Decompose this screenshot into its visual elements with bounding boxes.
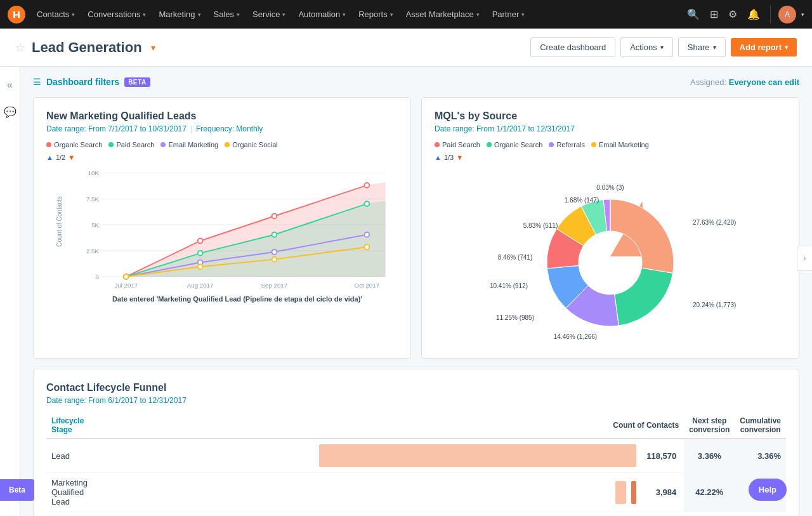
favorite-star-icon[interactable]: ☆ bbox=[15, 41, 25, 55]
svg-point-17 bbox=[198, 239, 203, 244]
nav-marketing-chevron: ▾ bbox=[198, 11, 201, 18]
nav-partner-chevron: ▾ bbox=[521, 11, 525, 18]
mql-up-arrow[interactable]: ▲ bbox=[46, 154, 53, 161]
search-button[interactable]: 🔍 bbox=[684, 6, 702, 23]
nav-asset-marketplace[interactable]: Asset Marketplace ▾ bbox=[400, 0, 486, 29]
funnel-header-row: Lifecycle Stage Count of Contacts Next s… bbox=[46, 413, 786, 439]
bar-cell bbox=[93, 439, 641, 473]
svg-text:Jul 2017: Jul 2017 bbox=[114, 282, 138, 289]
funnel-card: Contact Lifecycle Funnel Date range: Fro… bbox=[33, 369, 799, 516]
svg-text:14.46% (1,266): 14.46% (1,266) bbox=[554, 333, 597, 340]
legend-item: Email Marketing bbox=[160, 141, 218, 149]
title-dropdown-chevron[interactable]: ▾ bbox=[151, 43, 155, 53]
svg-point-18 bbox=[272, 214, 277, 219]
nav-contacts[interactable]: Contacts ▾ bbox=[30, 0, 81, 29]
nav-reports[interactable]: Reports ▾ bbox=[352, 0, 400, 29]
notifications-icon[interactable]: 🔔 bbox=[745, 6, 763, 23]
svg-text:5.83% (511): 5.83% (511) bbox=[523, 222, 558, 229]
mql-source-meta: Date range: From 1/1/2017 to 12/31/2017 bbox=[435, 124, 786, 133]
svg-text:8.46% (741): 8.46% (741) bbox=[498, 254, 532, 261]
actions-button[interactable]: Actions ▾ bbox=[620, 37, 673, 57]
cards-row: New Marketing Qualified Leads Date range… bbox=[33, 97, 799, 359]
svg-text:11.25% (985): 11.25% (985) bbox=[496, 314, 534, 321]
svg-point-22 bbox=[198, 251, 203, 256]
header-actions: Create dashboard Actions ▾ Share ▾ Add r… bbox=[530, 37, 797, 57]
nav-conversations-label: Conversations bbox=[88, 10, 140, 19]
nav-automation[interactable]: Automation ▾ bbox=[292, 0, 352, 29]
nav-sales-label: Sales bbox=[214, 10, 235, 19]
assigned-value[interactable]: Everyone can edit bbox=[729, 77, 799, 87]
legend-item: Organic Search bbox=[46, 141, 102, 149]
svg-point-24 bbox=[364, 201, 369, 206]
funnel-col-lifecycle: Lifecycle Stage bbox=[46, 413, 93, 439]
svg-point-32 bbox=[272, 257, 277, 262]
mql-card-meta: Date range: From 7/1/2017 to 10/31/2017 … bbox=[46, 124, 398, 133]
sidebar-panel: « 💬 bbox=[0, 67, 20, 516]
user-avatar[interactable]: A bbox=[778, 6, 796, 23]
nav-automation-chevron: ▾ bbox=[343, 11, 346, 18]
nav-marketing[interactable]: Marketing ▾ bbox=[152, 0, 207, 29]
svg-text:2.5K: 2.5K bbox=[86, 248, 100, 255]
nav-items: Contacts ▾ Conversations ▾ Marketing ▾ S… bbox=[30, 0, 684, 29]
sidebar-chat-icon[interactable]: 💬 bbox=[0, 101, 22, 123]
mql-source-title: MQL's by Source bbox=[435, 110, 786, 122]
help-button[interactable]: Help bbox=[749, 479, 787, 501]
table-row: Lead 118,570 3.36% 3.36% bbox=[46, 439, 786, 473]
share-chevron: ▾ bbox=[713, 44, 716, 51]
top-navigation: Contacts ▾ Conversations ▾ Marketing ▾ S… bbox=[0, 0, 812, 29]
stage-cell: Marketing Qualified Lead bbox=[46, 473, 93, 512]
legend-item: Organic Social bbox=[225, 141, 278, 149]
share-button[interactable]: Share ▾ bbox=[678, 37, 726, 57]
svg-point-33 bbox=[364, 244, 369, 249]
add-report-button[interactable]: Add report ▾ bbox=[731, 38, 797, 56]
pie-chart-container: 27.63% (2,420) 20.24% (1,773) 14.46% (1,… bbox=[435, 168, 786, 345]
filter-icon: ☰ bbox=[33, 77, 41, 87]
right-nav-arrow[interactable]: › bbox=[797, 246, 812, 271]
mql-card-title: New Marketing Qualified Leads bbox=[46, 110, 398, 122]
mql-source-down-arrow[interactable]: ▼ bbox=[456, 154, 463, 161]
nav-sales[interactable]: Sales ▾ bbox=[207, 0, 247, 29]
nav-partner[interactable]: Partner ▾ bbox=[486, 0, 532, 29]
funnel-table: Lifecycle Stage Count of Contacts Next s… bbox=[46, 413, 786, 512]
svg-text:Sep 2017: Sep 2017 bbox=[261, 282, 288, 289]
dashboard-filters-label[interactable]: Dashboard filters bbox=[46, 77, 119, 87]
main-content: ☰ Dashboard filters BETA Assigned: Every… bbox=[20, 67, 812, 516]
add-report-chevron: ▾ bbox=[785, 44, 788, 51]
settings-icon[interactable]: ⚙ bbox=[726, 6, 740, 23]
mql-line-chart: 10K 7.5K 5K 2.5K 0 Jul 2017 Aug 2017 Sep… bbox=[77, 165, 398, 292]
mql-down-arrow[interactable]: ▼ bbox=[68, 154, 75, 161]
sidebar-collapse-icon[interactable]: « bbox=[2, 74, 18, 96]
nav-right: 🔍 ⊞ ⚙ 🔔 A ▾ bbox=[684, 6, 804, 23]
nav-contacts-label: Contacts bbox=[37, 10, 69, 19]
user-menu-chevron[interactable]: ▾ bbox=[801, 11, 804, 18]
nav-service[interactable]: Service ▾ bbox=[246, 0, 292, 29]
hubspot-logo[interactable] bbox=[8, 6, 25, 23]
marketplace-icon[interactable]: ⊞ bbox=[707, 6, 721, 23]
count-cell: 3,984 bbox=[641, 473, 684, 512]
funnel-title: Contact Lifecycle Funnel bbox=[46, 382, 786, 394]
legend-item: Referrals bbox=[549, 141, 585, 149]
page-title: Lead Generation bbox=[32, 39, 142, 56]
nav-service-chevron: ▾ bbox=[282, 11, 285, 18]
nav-divider bbox=[770, 6, 771, 23]
svg-text:0: 0 bbox=[96, 274, 100, 281]
svg-text:20.24% (1,773): 20.24% (1,773) bbox=[693, 301, 736, 308]
svg-text:27.63% (2,420): 27.63% (2,420) bbox=[693, 219, 736, 226]
beta-button[interactable]: Beta bbox=[0, 479, 34, 501]
stage-cell: Lead bbox=[46, 439, 93, 473]
mql-legend: Organic SearchPaid SearchEmail Marketing… bbox=[46, 141, 398, 149]
svg-text:0.03% (3): 0.03% (3) bbox=[596, 184, 624, 191]
cumulative-conversion-cell: 3.36% bbox=[735, 439, 786, 473]
nav-service-label: Service bbox=[252, 10, 280, 19]
svg-text:5K: 5K bbox=[91, 222, 99, 228]
filters-bar: ☰ Dashboard filters BETA Assigned: Every… bbox=[33, 77, 799, 87]
legend-item: Paid Search bbox=[108, 141, 154, 149]
nav-sales-chevron: ▾ bbox=[237, 11, 240, 18]
mql-source-card: MQL's by Source Date range: From 1/1/201… bbox=[421, 97, 799, 359]
mql-source-up-arrow[interactable]: ▲ bbox=[435, 154, 442, 161]
create-dashboard-button[interactable]: Create dashboard bbox=[530, 37, 615, 57]
nav-conversations[interactable]: Conversations ▾ bbox=[81, 0, 152, 29]
svg-point-29 bbox=[364, 232, 369, 237]
svg-text:7.5K: 7.5K bbox=[86, 195, 100, 202]
mql-page-nav: ▲ 1/2 ▼ bbox=[46, 154, 398, 161]
